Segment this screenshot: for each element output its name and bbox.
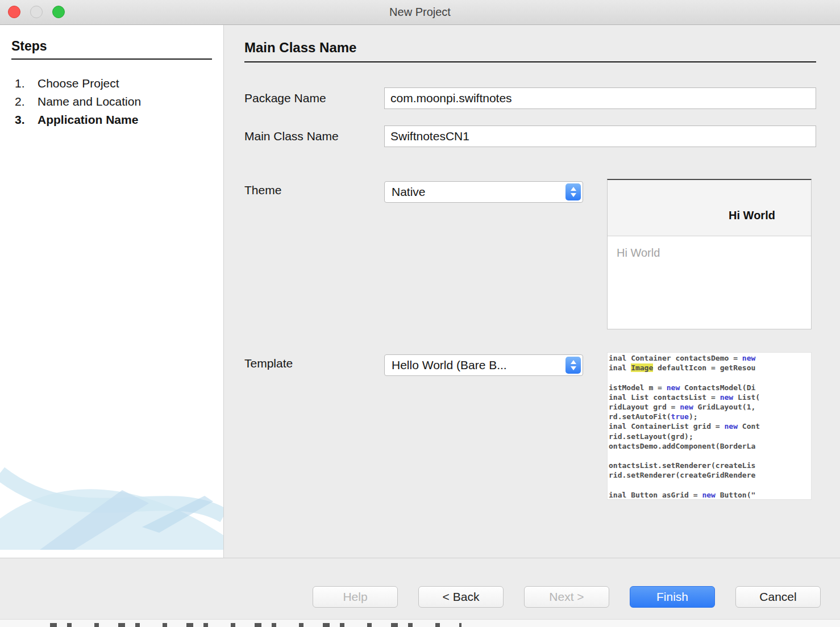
steps-list: 1. Choose Project 2. Name and Location 3…: [11, 74, 212, 129]
package-name-row: Package Name: [244, 87, 816, 109]
theme-preview-body-text: Hi World: [617, 246, 660, 259]
step-label: Choose Project: [38, 74, 119, 93]
back-button[interactable]: < Back: [418, 586, 504, 608]
template-code-preview: inal Container contactsDemo = newinal Im…: [607, 352, 812, 500]
dialog-body: Steps 1. Choose Project 2. Name and Loca…: [0, 25, 840, 558]
window-title: New Project: [389, 6, 451, 19]
main-class-name-label: Main Class Name: [244, 129, 384, 143]
package-name-label: Package Name: [244, 91, 384, 105]
button-bar: Help < Back Next > Finish Cancel: [0, 558, 840, 619]
background-window-sliver: [0, 619, 840, 627]
theme-preview-titlebar-text: Hi World: [729, 209, 775, 222]
minimize-button[interactable]: [30, 6, 43, 18]
chevron-up-icon: [571, 187, 576, 191]
steps-panel: Steps 1. Choose Project 2. Name and Loca…: [0, 25, 224, 558]
theme-label: Theme: [244, 183, 384, 197]
next-button[interactable]: Next >: [524, 586, 609, 608]
page-title: Main Class Name: [244, 40, 816, 56]
theme-selected-value: Native: [392, 185, 426, 199]
theme-select-stepper-icon[interactable]: [565, 183, 581, 200]
step-item-name-and-location: 2. Name and Location: [11, 93, 212, 111]
template-selected-value: Hello World (Bare B...: [392, 358, 507, 372]
chevron-down-icon: [571, 193, 576, 197]
template-label: Template: [244, 357, 384, 370]
template-row: Template Hello World (Bare B... inal Con…: [244, 352, 816, 500]
main-class-name-row: Main Class Name: [244, 126, 816, 147]
theme-row: Theme Native Hi World Hi World: [244, 179, 816, 329]
chevron-down-icon: [571, 366, 576, 370]
close-button[interactable]: [8, 6, 20, 18]
step-label: Application Name: [38, 111, 138, 129]
traffic-lights: [8, 6, 65, 18]
theme-preview-titlebar: Hi World: [608, 180, 811, 236]
help-button[interactable]: Help: [313, 586, 398, 608]
template-select-stepper-icon[interactable]: [565, 357, 581, 374]
main-panel: Main Class Name Package Name Main Class …: [224, 25, 840, 558]
new-project-dialog: New Project Steps 1. Choose Project 2. N…: [0, 0, 840, 627]
main-heading-rule: [244, 61, 816, 62]
steps-rule: [11, 58, 212, 60]
template-select[interactable]: Hello World (Bare B...: [384, 354, 583, 376]
step-label: Name and Location: [38, 93, 141, 111]
theme-select[interactable]: Native: [384, 181, 583, 203]
step-item-application-name: 3. Application Name: [11, 111, 212, 129]
step-number: 1.: [11, 74, 38, 93]
package-name-input[interactable]: [384, 87, 816, 109]
netbeans-watermark-graphic: [0, 442, 224, 550]
step-number: 2.: [11, 93, 38, 111]
theme-preview-body: Hi World: [608, 236, 811, 270]
title-bar: New Project: [0, 0, 840, 25]
theme-preview-image: Hi World Hi World: [607, 179, 812, 329]
steps-heading: Steps: [11, 39, 212, 54]
cancel-button[interactable]: Cancel: [735, 586, 821, 608]
step-number: 3.: [11, 111, 38, 129]
chevron-up-icon: [571, 360, 576, 364]
main-class-name-input[interactable]: [384, 126, 816, 147]
zoom-button[interactable]: [52, 6, 65, 18]
finish-button[interactable]: Finish: [630, 586, 715, 608]
step-item-choose-project: 1. Choose Project: [11, 74, 212, 93]
